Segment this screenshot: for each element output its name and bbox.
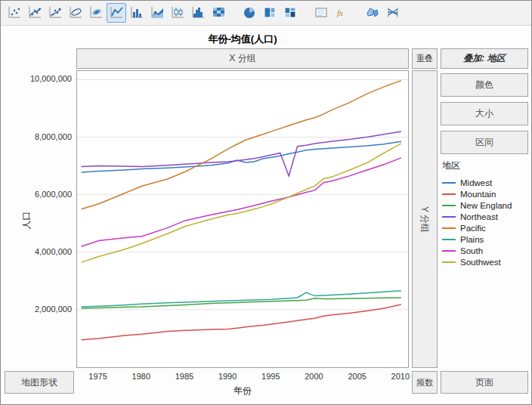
legend: 地区 MidwestMountainNew EnglandNortheastPa… bbox=[442, 159, 528, 267]
legend-swatch bbox=[442, 239, 456, 240]
pie-icon[interactable] bbox=[240, 3, 259, 23]
legend-item[interactable]: South bbox=[442, 245, 528, 256]
heatmap-icon[interactable] bbox=[209, 3, 228, 23]
line-chart bbox=[77, 71, 408, 367]
y-tick-label: 6,000,000 bbox=[1, 190, 72, 199]
legend-title: 地区 bbox=[442, 159, 528, 172]
legend-swatch bbox=[442, 250, 456, 252]
legend-swatch bbox=[442, 182, 456, 184]
legend-item[interactable]: Midwest bbox=[442, 177, 528, 188]
graph-builder-window: fx 年份-均值(人口) X 分组 重叠 叠加: 地区 人口 10,000,00… bbox=[0, 0, 532, 405]
legend-items: MidwestMountainNew EnglandNortheastPacif… bbox=[442, 177, 528, 267]
interval-zone-label: 区间 bbox=[475, 136, 493, 149]
formula-icon[interactable]: fx bbox=[332, 3, 351, 23]
drop-zone-x-group[interactable]: X 分组 bbox=[76, 48, 409, 69]
legend-label: Southwest bbox=[460, 258, 501, 267]
x-tick-label: 2010 bbox=[391, 372, 410, 381]
y-tick-label: 10,000,000 bbox=[1, 74, 72, 83]
svg-text:fx: fx bbox=[337, 8, 343, 17]
x-tick-label: 1990 bbox=[218, 372, 237, 381]
x-tick-label: 1995 bbox=[261, 372, 280, 381]
x-tick-label: 1975 bbox=[88, 372, 107, 381]
legend-label: Pacific bbox=[460, 224, 486, 233]
legend-label: Plains bbox=[460, 235, 484, 244]
series-south[interactable] bbox=[82, 158, 401, 246]
drop-zone-y-group[interactable]: Y 分组 bbox=[412, 70, 438, 368]
overlay-zone-label: 重叠 bbox=[416, 53, 433, 64]
caption-box-icon[interactable] bbox=[311, 3, 331, 23]
legend-label: Northeast bbox=[460, 212, 498, 221]
legend-swatch bbox=[442, 227, 456, 229]
legend-swatch bbox=[442, 205, 456, 206]
points-icon[interactable] bbox=[5, 3, 24, 23]
parallel-icon[interactable] bbox=[383, 3, 403, 23]
legend-label: Mountain bbox=[460, 190, 496, 199]
y-tick-label: 4,000,000 bbox=[1, 247, 72, 256]
area-icon[interactable] bbox=[147, 3, 167, 23]
drop-zone-color[interactable]: 颜色 bbox=[441, 73, 528, 97]
box-plot-icon[interactable] bbox=[168, 3, 187, 23]
legend-item[interactable]: Northeast bbox=[442, 211, 528, 222]
drop-zone-map-shape[interactable]: 地图形状 bbox=[5, 371, 74, 394]
x-tick-label: 2005 bbox=[348, 372, 366, 381]
line-of-fit-icon[interactable] bbox=[45, 3, 65, 23]
bar-icon[interactable] bbox=[127, 3, 147, 23]
y-tick-label: 2,000,000 bbox=[1, 305, 72, 314]
x-tick-label: 1985 bbox=[175, 372, 193, 381]
overlay-variable-label: 叠加: 地区 bbox=[463, 52, 505, 65]
treemap-icon[interactable] bbox=[260, 3, 280, 23]
x-tick-label: 1980 bbox=[132, 372, 150, 381]
y-group-zone-label: Y 分组 bbox=[419, 206, 431, 232]
legend-label: New England bbox=[460, 201, 512, 210]
element-palette: fx bbox=[1, 1, 531, 26]
legend-item[interactable]: Mountain bbox=[442, 188, 528, 199]
mosaic-icon[interactable] bbox=[280, 3, 300, 23]
legend-label: South bbox=[460, 246, 483, 255]
drop-zone-page[interactable]: 页面 bbox=[441, 371, 528, 394]
series-new-england[interactable] bbox=[82, 298, 401, 308]
page-zone-label: 页面 bbox=[475, 376, 493, 389]
drop-zone-interval[interactable]: 区间 bbox=[441, 131, 528, 154]
series-pacific[interactable] bbox=[82, 81, 401, 209]
overlay-variable[interactable]: 叠加: 地区 bbox=[441, 48, 528, 69]
color-zone-label: 颜色 bbox=[475, 79, 493, 91]
legend-item[interactable]: Southwest bbox=[442, 256, 528, 267]
histogram-icon[interactable] bbox=[188, 3, 208, 23]
legend-item[interactable]: Plains bbox=[442, 233, 528, 245]
plot-area[interactable] bbox=[76, 70, 409, 368]
drop-zone-size[interactable]: 大小 bbox=[441, 102, 528, 125]
frequency-zone-label: 频数 bbox=[416, 377, 433, 388]
legend-swatch bbox=[442, 261, 456, 263]
y-tick-label: 8,000,000 bbox=[1, 132, 72, 141]
x-axis-label[interactable]: 年份 bbox=[76, 385, 409, 397]
drop-zone-overlay[interactable]: 重叠 bbox=[412, 48, 438, 69]
contour-icon[interactable] bbox=[86, 3, 106, 23]
drop-zone-frequency[interactable]: 频数 bbox=[412, 371, 438, 394]
legend-item[interactable]: Pacific bbox=[442, 222, 528, 233]
legend-swatch bbox=[442, 216, 456, 218]
legend-label: Midwest bbox=[460, 178, 492, 187]
x-group-zone-label: X 分组 bbox=[229, 52, 255, 65]
x-tick-label: 2000 bbox=[305, 372, 323, 381]
map-shapes-icon[interactable] bbox=[363, 3, 382, 23]
legend-swatch bbox=[442, 193, 456, 195]
smoother-icon[interactable] bbox=[25, 3, 45, 23]
line-icon[interactable] bbox=[107, 3, 126, 23]
series-midwest[interactable] bbox=[82, 141, 401, 172]
ellipse-icon[interactable] bbox=[66, 3, 85, 23]
y-axis-label[interactable]: 人口 bbox=[20, 212, 33, 230]
size-zone-label: 大小 bbox=[475, 107, 493, 120]
graph-title: 年份-均值(人口) bbox=[76, 32, 409, 46]
legend-item[interactable]: New England bbox=[442, 199, 528, 211]
map-shape-zone-label: 地图形状 bbox=[21, 376, 57, 389]
